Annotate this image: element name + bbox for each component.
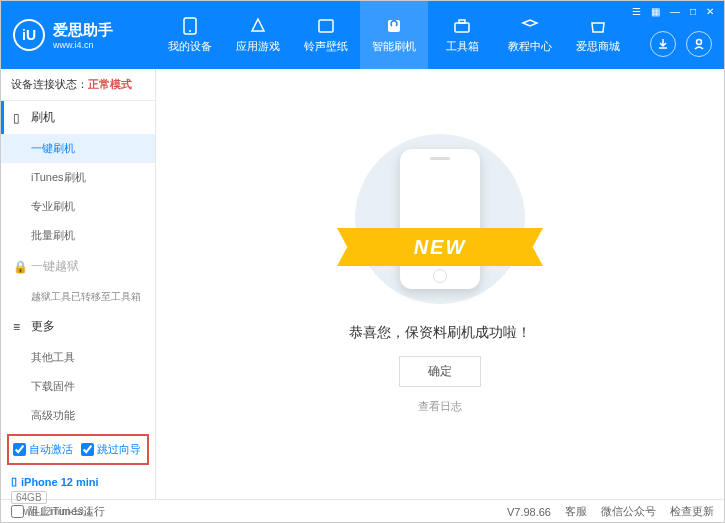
sidebar-item-other-tools[interactable]: 其他工具 [1, 343, 155, 372]
maximize-button[interactable]: □ [688, 6, 698, 17]
nav-flash[interactable]: 智能刷机 [360, 1, 428, 69]
options-row: 自动激活 跳过向导 [7, 434, 149, 465]
window-controls: ☰ ▦ — □ ✕ [630, 1, 716, 21]
confirm-button[interactable]: 确定 [399, 356, 481, 387]
minimize-button[interactable]: — [668, 6, 682, 17]
svg-rect-5 [459, 20, 465, 23]
customer-service-link[interactable]: 客服 [565, 504, 587, 519]
sidebar-item-download-firmware[interactable]: 下载固件 [1, 372, 155, 401]
more-icon: ≡ [13, 320, 25, 334]
checkbox-auto-activate[interactable]: 自动激活 [13, 442, 73, 457]
store-icon [588, 17, 608, 35]
close-button[interactable]: ✕ [704, 6, 716, 17]
svg-point-1 [189, 30, 191, 32]
nav-tutorial[interactable]: 教程中心 [496, 1, 564, 69]
version-label: V7.98.66 [507, 506, 551, 518]
phone-tiny-icon: ▯ [11, 475, 17, 488]
nav-toolbox[interactable]: 工具箱 [428, 1, 496, 69]
settings-icon[interactable]: ☰ [630, 6, 643, 17]
svg-rect-4 [455, 23, 469, 32]
jailbreak-note: 越狱工具已转移至工具箱 [1, 283, 155, 310]
flash-icon [384, 17, 404, 35]
sidebar-item-itunes-flash[interactable]: iTunes刷机 [1, 163, 155, 192]
lock-icon: 🔒 [13, 260, 25, 274]
skin-icon[interactable]: ▦ [649, 6, 662, 17]
svg-rect-3 [388, 20, 400, 32]
connection-status: 设备连接状态：正常模式 [1, 69, 155, 101]
sidebar-item-advanced[interactable]: 高级功能 [1, 401, 155, 430]
check-update-link[interactable]: 检查更新 [670, 504, 714, 519]
main-nav: 我的设备 应用游戏 铃声壁纸 智能刷机 工具箱 教程中心 爱思商城 [156, 1, 632, 69]
app-url: www.i4.cn [53, 40, 113, 50]
user-button[interactable] [686, 31, 712, 57]
nav-store[interactable]: 爱思商城 [564, 1, 632, 69]
svg-rect-2 [319, 20, 333, 32]
footer-right: V7.98.66 客服 微信公众号 检查更新 [507, 504, 714, 519]
body-area: 设备连接状态：正常模式 ▯ 刷机 一键刷机 iTunes刷机 专业刷机 批量刷机… [1, 69, 724, 499]
nav-my-device[interactable]: 我的设备 [156, 1, 224, 69]
success-illustration: NEW [355, 134, 525, 304]
app-header: iU 爱思助手 www.i4.cn 我的设备 应用游戏 铃声壁纸 智能刷机 工具… [1, 1, 724, 69]
sidebar-section-more[interactable]: ≡ 更多 [1, 310, 155, 343]
download-button[interactable] [650, 31, 676, 57]
header-action-icons [650, 31, 712, 57]
nav-apps[interactable]: 应用游戏 [224, 1, 292, 69]
phone-small-icon: ▯ [13, 111, 25, 125]
nav-ringtone[interactable]: 铃声壁纸 [292, 1, 360, 69]
success-message: 恭喜您，保资料刷机成功啦！ [349, 324, 531, 342]
view-log-link[interactable]: 查看日志 [418, 399, 462, 414]
logo-icon: iU [13, 19, 45, 51]
app-name: 爱思助手 [53, 21, 113, 40]
status-mode: 正常模式 [88, 78, 132, 90]
svg-point-6 [697, 40, 702, 45]
apps-icon [248, 17, 268, 35]
logo-area: iU 爱思助手 www.i4.cn [1, 19, 156, 51]
device-name[interactable]: ▯ iPhone 12 mini [11, 475, 145, 488]
footer-left: 阻止iTunes运行 [11, 504, 105, 519]
wechat-link[interactable]: 微信公众号 [601, 504, 656, 519]
phone-icon [180, 17, 200, 35]
main-content: NEW 恭喜您，保资料刷机成功啦！ 确定 查看日志 [156, 69, 724, 499]
wallpaper-icon [316, 17, 336, 35]
sidebar-section-jailbreak: 🔒 一键越狱 [1, 250, 155, 283]
sidebar-item-oneclick-flash[interactable]: 一键刷机 [1, 134, 155, 163]
sidebar-section-flash[interactable]: ▯ 刷机 [1, 101, 155, 134]
new-ribbon: NEW [337, 228, 543, 266]
sidebar: 设备连接状态：正常模式 ▯ 刷机 一键刷机 iTunes刷机 专业刷机 批量刷机… [1, 69, 156, 499]
device-storage: 64GB [11, 491, 47, 504]
block-itunes-checkbox[interactable]: 阻止iTunes运行 [11, 504, 105, 519]
sidebar-item-batch-flash[interactable]: 批量刷机 [1, 221, 155, 250]
phone-graphic [400, 149, 480, 289]
checkbox-skip-guide[interactable]: 跳过向导 [81, 442, 141, 457]
logo-text: 爱思助手 www.i4.cn [53, 21, 113, 50]
tutorial-icon [520, 17, 540, 35]
toolbox-icon [452, 17, 472, 35]
sidebar-item-pro-flash[interactable]: 专业刷机 [1, 192, 155, 221]
